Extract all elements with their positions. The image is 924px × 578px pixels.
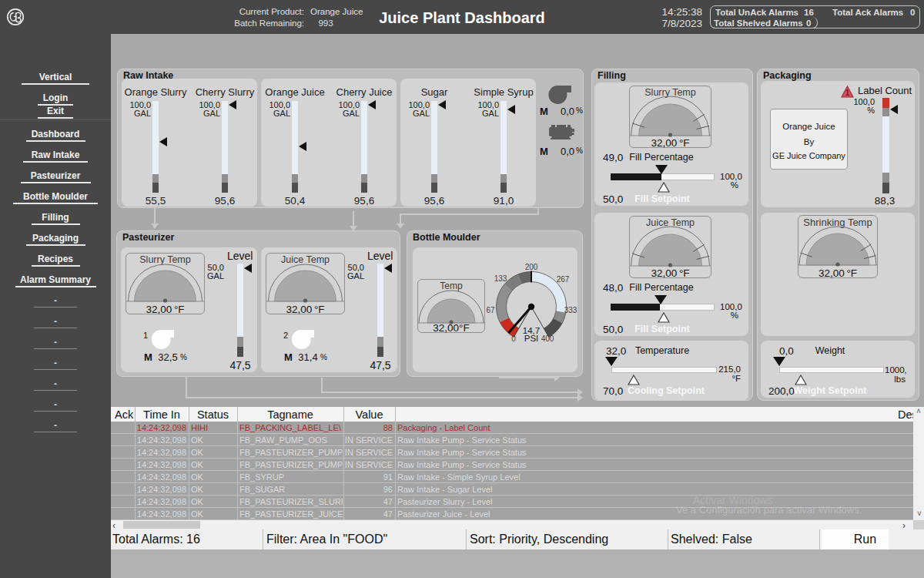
svg-text:1: 1 [845, 89, 850, 97]
